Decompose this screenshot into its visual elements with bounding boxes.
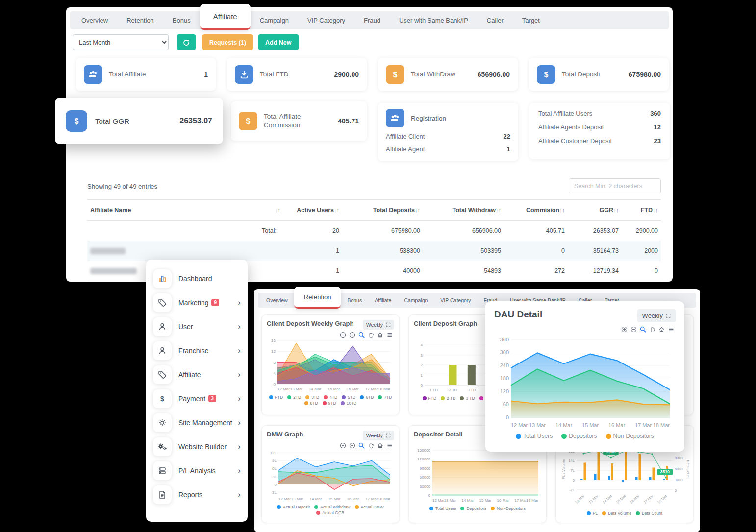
sort-arrows[interactable]: ↓↑ bbox=[559, 207, 565, 214]
table-search-input[interactable] bbox=[569, 178, 661, 193]
p-l-analysis-icon bbox=[153, 461, 172, 480]
tab-campaign[interactable]: Campaign bbox=[398, 297, 434, 303]
card-label: Total Affiliate Commission bbox=[264, 112, 318, 130]
svg-text:8: 8 bbox=[274, 361, 276, 365]
sidebar-item-user[interactable]: User› bbox=[146, 314, 248, 339]
tab-overview[interactable]: Overview bbox=[72, 17, 117, 24]
sort-arrows[interactable]: ↓↑ bbox=[613, 207, 619, 214]
zoom-out-icon[interactable] bbox=[349, 442, 355, 449]
dollar-icon: $ bbox=[66, 110, 87, 132]
legend-item-9td: 9TD bbox=[323, 401, 336, 406]
sidebar-item-website-builder[interactable]: Website Builder› bbox=[146, 435, 248, 459]
pan-icon[interactable] bbox=[368, 442, 374, 449]
sort-arrows[interactable]: ↓↑ bbox=[415, 207, 420, 214]
menu-icon[interactable] bbox=[386, 332, 393, 338]
sidebar-item-franchise[interactable]: Franchise› bbox=[146, 339, 248, 363]
sidebar-item-dashboard[interactable]: Dashboard bbox=[146, 266, 248, 290]
svg-text:30000: 30000 bbox=[420, 484, 431, 489]
svg-text:4: 4 bbox=[421, 343, 423, 347]
sidebar-item-marketing[interactable]: Marketing9› bbox=[146, 290, 248, 314]
tab-user-with-same-bank-ip[interactable]: User with Same Bank/IP bbox=[390, 17, 478, 24]
sidebar-item-site-management[interactable]: Site Management› bbox=[146, 411, 248, 435]
legend-dot bbox=[460, 396, 464, 400]
zoom-in-icon[interactable] bbox=[621, 326, 628, 333]
refresh-button[interactable] bbox=[177, 34, 196, 50]
weekly-range-button[interactable]: Weekly bbox=[637, 309, 676, 322]
legend-dot bbox=[316, 511, 320, 515]
legend-label: PL bbox=[593, 511, 598, 516]
date-range-select[interactable]: Last Month bbox=[73, 34, 169, 50]
home-icon[interactable] bbox=[658, 326, 665, 333]
menu-icon[interactable] bbox=[386, 442, 393, 449]
svg-text:-3L: -3L bbox=[271, 490, 277, 495]
total-value: 26353.07 bbox=[568, 221, 622, 241]
column-header-ftd[interactable]: FTD↓↑ bbox=[622, 200, 661, 221]
stat-card-total-affiliate: Total Affiliate1 bbox=[76, 58, 216, 91]
tab-fraud[interactable]: Fraud bbox=[354, 17, 390, 24]
tab-campaign[interactable]: Campaign bbox=[251, 17, 298, 24]
range-label: Weekly bbox=[642, 312, 663, 319]
tab-bonus[interactable]: Bonus bbox=[163, 17, 200, 24]
sidebar-item-affiliate[interactable]: Affiliate› bbox=[146, 363, 248, 387]
cell-value: -12719.34 bbox=[568, 261, 622, 281]
pan-icon[interactable] bbox=[649, 326, 655, 333]
svg-text:16: 16 bbox=[271, 339, 276, 343]
zoom-in-icon[interactable] bbox=[340, 442, 346, 449]
svg-text:16 Mar: 16 Mar bbox=[347, 387, 359, 391]
column-header-ggr[interactable]: GGR↓↑ bbox=[568, 200, 622, 221]
sort-arrows[interactable]: ↓↑ bbox=[496, 207, 501, 214]
tab-affiliate[interactable]: Affiliate bbox=[200, 4, 251, 30]
affiliate-dashboard-panel: OverviewRetentionBonusAffiliateCampaignV… bbox=[66, 7, 673, 282]
legend-dot bbox=[305, 395, 309, 399]
redacted-name bbox=[90, 248, 126, 254]
tab-retention[interactable]: Retention bbox=[294, 287, 341, 309]
sort-arrows[interactable]: ↓↑ bbox=[334, 207, 339, 214]
weekly-range-button[interactable]: Weekly bbox=[363, 431, 394, 440]
weekly-range-button[interactable]: Weekly bbox=[363, 320, 394, 330]
pan-icon[interactable] bbox=[368, 332, 374, 338]
home-icon[interactable] bbox=[377, 332, 383, 338]
sidebar-item-p-l-analysis[interactable]: P/L Analysis› bbox=[146, 459, 248, 483]
tab-overview[interactable]: Overview bbox=[260, 297, 294, 303]
add-new-button[interactable]: Add New bbox=[258, 34, 298, 50]
zoom-out-icon[interactable] bbox=[630, 326, 637, 333]
zoom-in-icon[interactable] bbox=[340, 332, 346, 338]
chevron-right-icon: › bbox=[238, 466, 241, 475]
zoom-out-icon[interactable] bbox=[349, 332, 355, 338]
tab-vip-category[interactable]: VIP Category bbox=[434, 297, 477, 303]
menu-icon[interactable] bbox=[668, 326, 675, 333]
legend-label: 8TD bbox=[310, 401, 318, 406]
requests-button[interactable]: Requests (1) bbox=[202, 34, 253, 50]
zoom-select-icon[interactable] bbox=[358, 332, 365, 338]
legend-dot bbox=[491, 507, 495, 510]
tab-affiliate[interactable]: Affiliate bbox=[368, 297, 398, 303]
svg-text:150000: 150000 bbox=[417, 448, 430, 453]
table-row[interactable]: 1538300503395035164.732000 bbox=[87, 241, 661, 261]
legend-label: FTD bbox=[275, 395, 283, 400]
legend-dot bbox=[606, 434, 611, 439]
sort-arrows[interactable]: ↓↑ bbox=[275, 207, 280, 214]
column-header-affiliate-name[interactable]: Affiliate Name↓↑ bbox=[87, 200, 283, 221]
zoom-select-icon[interactable] bbox=[640, 326, 646, 333]
cell-value: 1 bbox=[283, 241, 342, 261]
zoom-select-icon[interactable] bbox=[358, 442, 365, 449]
column-header-total-withdraw[interactable]: Total Withdraw↓↑ bbox=[423, 200, 504, 221]
tab-bonus[interactable]: Bonus bbox=[341, 297, 368, 303]
column-header-content: Total Withdraw↓↑ bbox=[426, 207, 501, 214]
column-header-total-deposits[interactable]: Total Deposits↓↑ bbox=[342, 200, 423, 221]
sidebar-item-payment[interactable]: $Payment3› bbox=[146, 387, 248, 411]
column-header-commision[interactable]: Commision↓↑ bbox=[504, 200, 568, 221]
chevron-right-icon: › bbox=[238, 370, 241, 379]
legend-label: 3 TD bbox=[466, 396, 475, 401]
tab-target[interactable]: Target bbox=[513, 17, 549, 24]
cell-value: 272 bbox=[504, 261, 568, 281]
svg-text:15 Mar: 15 Mar bbox=[582, 422, 599, 428]
tab-vip-category[interactable]: VIP Category bbox=[298, 17, 354, 24]
tab-retention[interactable]: Retention bbox=[117, 17, 163, 24]
home-icon[interactable] bbox=[377, 442, 383, 449]
legend-dot bbox=[342, 395, 346, 399]
column-header-active-users[interactable]: Active Users↓↑ bbox=[283, 200, 342, 221]
sort-arrows[interactable]: ↓↑ bbox=[653, 207, 658, 214]
sidebar-item-reports[interactable]: Reports› bbox=[146, 483, 248, 507]
tab-caller[interactable]: Caller bbox=[478, 17, 513, 24]
